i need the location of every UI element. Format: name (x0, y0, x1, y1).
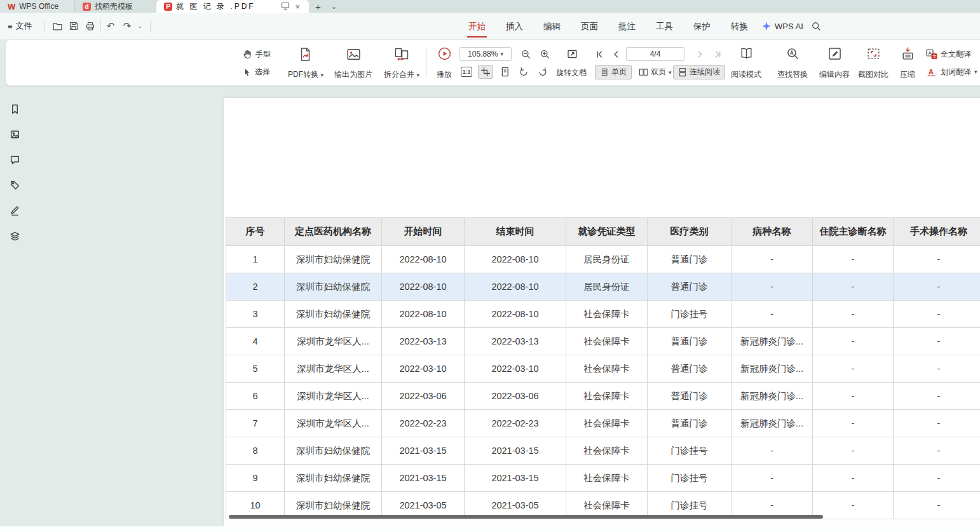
ribbon-tab-protect[interactable]: 保护 (692, 15, 712, 38)
table-cell: 2021-03-15 (465, 437, 566, 465)
undo-history-chevron[interactable]: ⌄ (135, 18, 145, 34)
close-tab-icon[interactable]: × (294, 2, 301, 11)
table-cell: 普通门诊 (648, 383, 732, 410)
table-cell: 2022-03-06 (382, 383, 465, 410)
previous-page-button[interactable] (608, 47, 623, 61)
menubar-search-button[interactable] (808, 18, 824, 34)
signature-panel-button[interactable] (8, 204, 21, 217)
bookmark-icon (10, 104, 20, 114)
edit-content-button[interactable]: 编辑内容 (814, 44, 855, 81)
tab-docer-templates[interactable]: d 找稻壳模板 (75, 0, 156, 13)
ribbon-tab-tools[interactable]: 工具 (655, 15, 674, 38)
word-translate-button[interactable]: A 划词翻译 ▾ (926, 65, 977, 79)
folder-open-icon (52, 21, 63, 32)
fit-width-button[interactable] (478, 65, 493, 79)
undo-button[interactable]: ↶ (103, 18, 118, 34)
last-page-button[interactable] (710, 47, 725, 61)
horizontal-scrollbar[interactable] (229, 515, 823, 519)
select-tool-label: 选择 (255, 67, 270, 78)
rotate-document-button[interactable]: 旋转文档 (556, 65, 587, 79)
full-translate-button[interactable]: A文 全文翻译 (926, 47, 971, 61)
column-header: 住院主诊断名称 (813, 218, 894, 246)
table-cell: - (894, 246, 980, 273)
bookmarks-panel-button[interactable] (8, 102, 21, 115)
tab-list-chevron-icon[interactable]: ⌄ (327, 0, 341, 13)
fit-page-button[interactable] (497, 65, 512, 79)
new-tab-button[interactable]: + (309, 0, 327, 13)
double-page-toggle[interactable]: 双页 ▾ (634, 65, 677, 79)
single-page-toggle[interactable]: 单页 (595, 65, 632, 79)
ribbon-tab-home[interactable]: 开始 (467, 15, 487, 38)
pdf-file-icon: P (164, 3, 172, 11)
pdf-page: 序号定点医药机构名称开始时间结束时间就诊凭证类型医疗类别病种名称住院主诊断名称手… (224, 98, 980, 526)
zoom-out-button[interactable] (518, 47, 533, 61)
ribbon-tab-edit[interactable]: 编辑 (542, 15, 562, 38)
table-cell: - (813, 465, 894, 492)
table-cell: - (813, 383, 894, 410)
divider (150, 20, 151, 32)
screenshot-compare-button[interactable]: 截图对比 (853, 44, 894, 81)
rotate-left-button[interactable] (516, 65, 531, 79)
zoom-in-button[interactable] (537, 47, 552, 61)
find-replace-button[interactable]: 查找替换 (772, 44, 813, 81)
layers-panel-button[interactable] (8, 229, 21, 242)
table-cell: 深圳市妇幼保健院 (285, 301, 382, 328)
column-header: 开始时间 (382, 218, 465, 246)
hamburger-icon: ≡ (8, 22, 13, 31)
word-translate-label: 划词翻译 (941, 67, 971, 78)
continuous-reading-toggle[interactable]: 连续阅读 (673, 65, 725, 79)
table-cell: 2022-08-10 (382, 246, 465, 273)
zoom-out-icon (521, 49, 531, 60)
tags-panel-button[interactable] (8, 179, 21, 191)
redo-button[interactable]: ↷ (119, 18, 135, 34)
table-cell: - (894, 410, 980, 437)
column-header: 序号 (226, 218, 285, 246)
chevron-down-icon: ▾ (500, 51, 503, 57)
table-cell: - (894, 301, 980, 328)
ribbon-tab-comment[interactable]: 批注 (617, 15, 637, 38)
table-cell: 1 (226, 246, 285, 273)
tab-label: 找稻壳模板 (95, 1, 133, 12)
tab-wps-office[interactable]: W WPS Office (0, 0, 75, 13)
next-page-button[interactable] (692, 47, 707, 61)
table-cell: 2022-03-13 (465, 328, 566, 355)
file-menu-button[interactable]: ≡ 文件 (8, 19, 32, 33)
pdf-convert-button[interactable]: PDF转换 ▾ (283, 44, 328, 81)
table-cell: 社会保障卡 (566, 328, 648, 355)
export-image-button[interactable]: 输出为图片 (329, 44, 378, 81)
ribbon-tab-convert[interactable]: 转换 (730, 15, 749, 38)
actual-size-button[interactable]: 1:1 (459, 65, 474, 79)
wps-ai-label: WPS AI (775, 22, 803, 31)
comments-panel-button[interactable] (8, 153, 21, 166)
wps-ai-button[interactable]: WPS AI (761, 18, 803, 34)
rotate-right-button[interactable] (535, 65, 550, 79)
table-cell: - (813, 246, 894, 273)
save-button[interactable] (66, 18, 81, 34)
hand-tool-button[interactable]: 手型 (242, 47, 271, 61)
page-number-input[interactable]: 4/4 (626, 47, 684, 61)
table-cell: - (894, 492, 980, 519)
column-header: 手术操作名称 (894, 218, 980, 246)
table-cell: - (813, 328, 894, 355)
chevron-down-icon: ⌄ (137, 23, 142, 29)
print-button[interactable] (83, 18, 98, 34)
save-icon (69, 21, 79, 31)
table-cell: 深圳市妇幼保健院 (285, 273, 382, 301)
ribbon-tab-page[interactable]: 页面 (580, 15, 599, 38)
divider (44, 20, 45, 32)
zoom-level-select[interactable]: 105.88% ▾ (459, 47, 512, 61)
table-cell: 4 (226, 328, 285, 355)
thumbnails-panel-button[interactable] (8, 128, 21, 140)
edit-content-icon (827, 46, 842, 61)
open-file-button[interactable] (50, 18, 65, 34)
select-tool-button[interactable]: 选择 (242, 65, 270, 79)
split-merge-button[interactable]: 拆分合并 ▾ (379, 44, 425, 81)
compress-button[interactable]: 压缩 (892, 44, 923, 81)
first-page-button[interactable] (592, 47, 607, 61)
play-button[interactable]: 播放 (430, 44, 458, 81)
tab-document-pdf[interactable]: P 就 医 记 录 .PDF × (156, 0, 309, 13)
table-cell: 普通门诊 (648, 355, 732, 383)
read-mode-button[interactable]: 阅读模式 (726, 44, 766, 81)
ribbon-tab-insert[interactable]: 插入 (505, 15, 524, 38)
fit-window-button[interactable] (565, 47, 580, 61)
